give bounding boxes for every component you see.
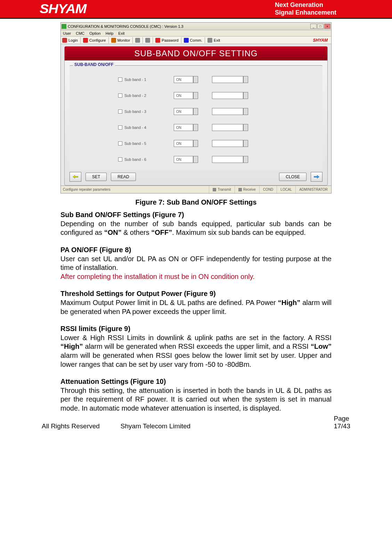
toolbar: Login Configure Monitor Password Comm. E… bbox=[61, 36, 331, 44]
subband-5-checkbox[interactable] bbox=[118, 141, 122, 146]
subband-2-label: Sub band - 2 bbox=[124, 93, 146, 98]
subband-3-checkbox[interactable] bbox=[118, 109, 122, 114]
subband-1-checkbox[interactable] bbox=[118, 77, 122, 82]
toolbar-monitor[interactable]: Monitor bbox=[117, 38, 130, 42]
section1-text-c: . Maximum six sub bands can be equipped. bbox=[172, 229, 306, 236]
menu-user[interactable]: User bbox=[63, 31, 71, 35]
window-title: CONFIGURATION & MONITORING CONSOLE (CMC)… bbox=[68, 24, 183, 28]
subband-6-state[interactable]: ON bbox=[174, 156, 193, 163]
panel-title: SUB-BAND ON/OFF SETTING bbox=[65, 47, 327, 60]
subband-4-checkbox[interactable] bbox=[118, 125, 122, 130]
toolbar-password[interactable]: Password bbox=[162, 38, 178, 42]
section4-text-c: alarm will be generated when RSSI goes b… bbox=[60, 352, 332, 368]
tagline-line1: Next Generation bbox=[275, 1, 336, 9]
section3-heading: Threshold Settings for Output Power (Fig… bbox=[60, 290, 216, 297]
toolbar-comm[interactable]: Comm. bbox=[190, 38, 202, 42]
status-local: LOCAL bbox=[277, 186, 295, 193]
subband-row-5: Sub band - 5 ON bbox=[118, 140, 319, 147]
toolbar-brand: SHYAM bbox=[313, 38, 330, 43]
comm-icon bbox=[184, 38, 189, 43]
subband-3-dropdown[interactable] bbox=[212, 108, 243, 115]
subband-1-label: Sub band - 1 bbox=[124, 77, 146, 82]
group-legend: SUB-BAND ON/OFF bbox=[73, 62, 115, 67]
toolbar-exit[interactable]: Exit bbox=[214, 38, 220, 42]
section3-text-a: Maximum Output Power limit in DL & UL pa… bbox=[60, 299, 278, 306]
tool-icon bbox=[145, 38, 150, 43]
configure-icon bbox=[83, 38, 88, 43]
menu-bar: User CMC Option Help Exit bbox=[61, 30, 331, 36]
section4-text-a: Lower & High RSSI Limits in downlink & u… bbox=[60, 334, 332, 341]
subband-row-3: Sub band - 3 ON bbox=[118, 108, 319, 115]
status-cond: COND bbox=[259, 186, 277, 193]
footer-left: All Rights Reserved bbox=[42, 422, 100, 430]
subband-4-dropdown[interactable] bbox=[212, 124, 243, 131]
section1-heading: Sub Band ON/OFF Settings (Figure 7) bbox=[60, 211, 184, 218]
maximize-button[interactable]: □ bbox=[317, 24, 324, 29]
section5-heading: Attenuation Settings (Figure 10) bbox=[60, 378, 166, 385]
page-header: SHYAM Next Generation Signal Enhancement bbox=[0, 0, 392, 19]
subband-1-spinner[interactable] bbox=[193, 76, 198, 83]
status-role: ADMINISTRATOR bbox=[295, 186, 331, 193]
subband-4-state[interactable]: ON bbox=[174, 124, 193, 131]
subband-5-dropdown[interactable] bbox=[212, 140, 243, 147]
chevron-down-icon[interactable] bbox=[243, 92, 248, 99]
read-button[interactable]: READ bbox=[111, 173, 136, 181]
chevron-down-icon[interactable] bbox=[243, 108, 248, 115]
footer-mid: Shyam Telecom Limited bbox=[121, 422, 190, 430]
subband-3-state[interactable]: ON bbox=[174, 108, 193, 115]
forward-button[interactable] bbox=[311, 172, 322, 182]
menu-option[interactable]: Option bbox=[89, 31, 100, 35]
chevron-down-icon[interactable] bbox=[243, 76, 248, 83]
menu-help[interactable]: Help bbox=[106, 31, 114, 35]
header-tagline: Next Generation Signal Enhancement bbox=[275, 1, 385, 16]
chevron-down-icon[interactable] bbox=[243, 124, 248, 131]
subband-1-dropdown[interactable] bbox=[212, 76, 243, 83]
subband-2-checkbox[interactable] bbox=[118, 93, 122, 98]
chevron-down-icon[interactable] bbox=[243, 156, 248, 163]
subband-5-spinner[interactable] bbox=[193, 140, 198, 147]
section4-heading: RSSI limits (Figure 9) bbox=[60, 325, 130, 332]
close-panel-button[interactable]: CLOSE bbox=[279, 173, 307, 181]
status-message: Configure repeater parameters bbox=[61, 188, 209, 191]
brand-logo: SHYAM bbox=[40, 2, 87, 16]
subband-6-spinner[interactable] bbox=[193, 156, 198, 163]
section1-text-b: & others bbox=[122, 229, 152, 236]
status-bar: Configure repeater parameters Transmit R… bbox=[61, 185, 331, 193]
page-label: Page bbox=[334, 415, 350, 422]
subband-2-spinner[interactable] bbox=[193, 92, 198, 99]
close-button[interactable]: × bbox=[324, 24, 330, 29]
menu-cmc[interactable]: CMC bbox=[76, 31, 84, 35]
subband-5-state[interactable]: ON bbox=[174, 140, 193, 147]
figure-caption: Figure 7: Sub Band ON/OFF Settings bbox=[42, 198, 350, 206]
menu-exit[interactable]: Exit bbox=[118, 31, 124, 35]
section4-text-b: alarm will be generated when RSSI exceed… bbox=[83, 343, 311, 350]
toolbar-configure[interactable]: Configure bbox=[89, 38, 106, 42]
exit-icon bbox=[207, 38, 212, 43]
subband-row-6: Sub band - 6 ON bbox=[118, 156, 319, 163]
settings-panel: SUB-BAND ON/OFF SETTING SUB-BAND ON/OFF … bbox=[64, 46, 328, 185]
subband-1-state[interactable]: ON bbox=[174, 76, 193, 83]
subband-row-4: Sub band - 4 ON bbox=[118, 124, 319, 131]
body-text: Sub Band ON/OFF Settings (Figure 7) Depe… bbox=[60, 211, 332, 413]
set-button[interactable]: SET bbox=[85, 173, 107, 181]
section2-heading: PA ON/OFF (Figure 8) bbox=[60, 246, 131, 254]
subband-4-spinner[interactable] bbox=[193, 124, 198, 131]
password-icon bbox=[155, 38, 160, 43]
subband-6-dropdown[interactable] bbox=[212, 156, 243, 163]
chevron-down-icon[interactable] bbox=[243, 140, 248, 147]
subband-6-checkbox[interactable] bbox=[118, 157, 122, 162]
section2-note: After completing the installation it mus… bbox=[60, 272, 332, 281]
subband-3-label: Sub band - 3 bbox=[124, 109, 146, 114]
app-icon bbox=[62, 24, 66, 29]
minimize-button[interactable]: _ bbox=[310, 24, 317, 29]
subband-3-spinner[interactable] bbox=[193, 108, 198, 115]
subband-2-dropdown[interactable] bbox=[212, 92, 243, 99]
login-icon bbox=[62, 38, 67, 43]
tagline-line2: Signal Enhancement bbox=[275, 9, 336, 17]
subband-groupbox: SUB-BAND ON/OFF Sub band - 1 ON Sub band… bbox=[70, 65, 322, 170]
toolbar-login[interactable]: Login bbox=[68, 38, 78, 42]
page-footer: All Rights Reserved Shyam Telecom Limite… bbox=[0, 413, 392, 434]
back-button[interactable] bbox=[70, 172, 81, 182]
window-titlebar: CONFIGURATION & MONITORING CONSOLE (CMC)… bbox=[61, 23, 331, 30]
subband-2-state[interactable]: ON bbox=[174, 92, 193, 99]
